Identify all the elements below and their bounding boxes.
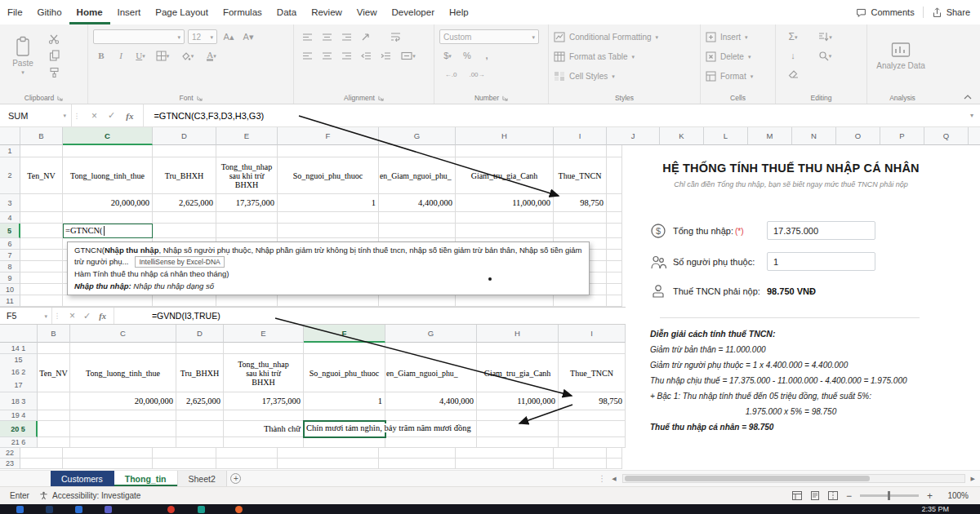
comma-style-button[interactable]: , [479,48,495,63]
scroll-left-button[interactable]: ◀ [612,476,616,482]
cell[interactable] [278,145,379,157]
cell[interactable] [385,410,477,421]
align-center-button[interactable] [318,48,335,63]
format-as-table-button[interactable]: Format as Table▾ [554,48,695,65]
cell[interactable] [20,238,63,250]
expand-formula-bar-button[interactable]: ▾ [970,112,973,119]
cell[interactable] [607,295,622,307]
cell[interactable] [63,448,153,459]
cell[interactable]: Giam_tru_gia_Canh [477,354,559,392]
cell[interactable] [607,459,622,469]
cell[interactable] [176,421,224,437]
collapse-ribbon-button[interactable] [964,95,972,100]
cell[interactable] [38,437,70,448]
zoom-in-button[interactable]: + [927,490,933,502]
row-header-7[interactable]: 7 [0,250,20,261]
horizontal-scrollbar[interactable] [622,474,965,483]
sheet-tab-thong-tin[interactable]: Thong_tin [114,471,178,486]
row-header-22[interactable]: 22 [0,448,20,459]
row-header-1[interactable]: 1 [0,145,20,157]
fill-color-button[interactable]: ▾ [176,48,198,63]
sheet-tab-sheet2[interactable]: Sheet2 [178,471,227,486]
top-align-button[interactable] [299,29,315,44]
cell[interactable] [38,421,70,437]
copy-button[interactable] [46,48,62,63]
taskbar-app-icon[interactable] [167,506,175,513]
row-header-10[interactable]: 10 [0,284,20,295]
col-header-d[interactable]: D [176,325,224,343]
sort-filter-button[interactable]: ▾ [808,29,841,44]
cell[interactable] [456,448,554,459]
row-header[interactable]: 18 3 [0,392,38,410]
cell-e2[interactable]: Tong_thu_nhap sau khi trừ BHXH [216,157,278,194]
cell[interactable]: Tru_BHXH [176,354,224,392]
cell[interactable] [456,145,554,157]
cell[interactable] [20,295,63,307]
cell[interactable] [70,421,176,437]
row-header[interactable]: 14 1 [0,343,38,354]
format-painter-button[interactable] [46,65,62,80]
dialog-launcher-icon[interactable] [502,95,508,101]
dialog-launcher-icon[interactable] [378,95,384,101]
cell[interactable] [153,459,216,469]
cell-b2[interactable]: Ten_NV [20,157,63,194]
bottom-align-button[interactable] [338,29,354,44]
cell[interactable] [607,250,622,261]
cell-h3[interactable]: 11,000,000 [456,194,554,212]
cell[interactable] [20,459,63,469]
cell-c3[interactable]: 20,000,000 [63,194,153,212]
formula-input[interactable]: =GTNCN(C3,F3,D3,H3,G3) [144,104,264,126]
menu-tab-review[interactable]: Review [304,0,350,24]
cell[interactable] [70,343,176,354]
cell[interactable] [63,295,153,307]
menu-tab-view[interactable]: View [350,0,385,24]
cell[interactable] [216,448,278,459]
cell[interactable] [20,261,63,273]
col-header-q[interactable]: Q [924,127,969,145]
row-header-8[interactable]: 8 [0,261,20,273]
taskbar-app-icon[interactable] [235,506,243,513]
cell[interactable]: Tong_luong_tinh_thue [70,354,176,392]
dependents-input[interactable]: 1 [767,252,875,271]
analyze-data-button[interactable]: Analyze Data [872,29,929,82]
cell[interactable] [176,437,224,448]
number-format-select[interactable]: Custom▾ [439,29,539,44]
col-header-f[interactable]: F [278,127,379,145]
insert-cells-button[interactable]: Insert▾ [706,29,770,46]
cell[interactable] [278,295,379,307]
col-header-g[interactable]: G [385,325,477,343]
italic-button[interactable]: I [113,48,129,63]
menu-tab-help[interactable]: Help [442,0,476,24]
col-header-j[interactable]: J [607,127,660,145]
cell-b5[interactable] [20,224,63,238]
zoom-slider[interactable] [860,494,919,497]
cell[interactable] [607,284,622,295]
cell[interactable]: Ten_NV [38,354,70,392]
col-header-g[interactable]: G [379,127,456,145]
cell[interactable] [607,448,622,459]
cell-d3[interactable]: 2,625,000 [153,194,216,212]
zoom-level[interactable]: 100% [941,491,969,500]
cell[interactable] [216,145,278,157]
sheet-tab-customers[interactable]: Customers [51,471,114,486]
col-header-c[interactable]: C [70,325,176,343]
cell[interactable] [70,410,176,421]
cell-h2[interactable]: Giam_tru_gia_Canh [456,157,554,194]
row-header-23[interactable]: 23 [0,459,20,469]
normal-view-icon[interactable] [792,491,802,500]
paste-button[interactable]: Paste ▾ [5,29,41,82]
cell-g2[interactable]: en_Giam_nguoi_phu_ [379,157,456,194]
cancel-button[interactable]: × [91,110,97,122]
cell[interactable] [278,224,379,238]
col-header-h[interactable]: H [477,325,559,343]
row-header[interactable]: 15 16 2 17 [0,354,38,392]
cell[interactable] [38,343,70,354]
cell[interactable] [153,145,216,157]
cell[interactable] [20,250,63,261]
cell[interactable] [379,295,456,307]
cell[interactable] [477,437,559,448]
cell[interactable] [153,295,216,307]
select-all-corner[interactable] [0,127,20,145]
cell[interactable] [385,437,477,448]
cell-d2[interactable]: Tru_BHXH [153,157,216,194]
